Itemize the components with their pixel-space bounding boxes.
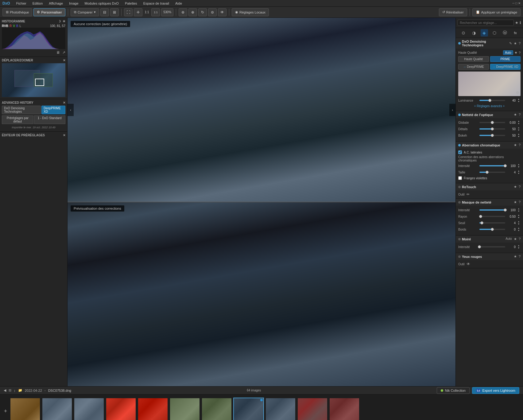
nettete-info-icon[interactable]: ? bbox=[519, 113, 521, 117]
luminance-up[interactable]: ▲ bbox=[517, 98, 521, 100]
history-preset-label[interactable]: Préréglages par défaut bbox=[2, 115, 33, 124]
filmstrip-thumb-6[interactable]: DSC07537.JPG bbox=[201, 398, 232, 420]
masque-header[interactable]: Masque de netteté ★ ? bbox=[456, 199, 523, 206]
deeprime-xd-btn[interactable]: → DeepPRIME XD bbox=[490, 64, 521, 70]
star-icon[interactable]: ★ bbox=[515, 21, 518, 25]
moire-header[interactable]: Moiré Auto ★ ? bbox=[456, 235, 523, 243]
info-icon[interactable]: ℹ bbox=[520, 21, 521, 25]
filmstrip-thumb-3[interactable]: DSC07536.dng bbox=[106, 398, 136, 420]
taille-spinners[interactable]: ▲ ▼ bbox=[517, 170, 521, 175]
color-btn[interactable]: ⊕ bbox=[188, 8, 197, 16]
reinitialiser-btn[interactable]: ↺ Réinitialiser bbox=[439, 8, 467, 16]
bokeh-down[interactable]: ▼ bbox=[517, 135, 521, 138]
moire-intensite-spinners[interactable]: ▲ ▼ bbox=[517, 244, 521, 249]
zoom-fit-btn[interactable]: 1:1 bbox=[151, 8, 160, 16]
masque-star-icon[interactable]: ★ bbox=[514, 200, 517, 204]
rotate-btn[interactable]: ↻ bbox=[198, 8, 207, 16]
moire-up[interactable]: ▲ bbox=[517, 244, 521, 247]
ac-laterales-checkbox[interactable] bbox=[458, 150, 462, 154]
adv-reglages-link[interactable]: + Réglages avancés + bbox=[458, 104, 521, 108]
nik-collection-btn[interactable]: Nik Collection bbox=[437, 387, 470, 394]
globale-spinners[interactable]: ▲ ▼ bbox=[517, 120, 521, 125]
masque-seuil-up[interactable]: ▲ bbox=[517, 220, 521, 223]
crop-btn[interactable]: ⛶ bbox=[124, 8, 133, 16]
masque-intensite-spinners[interactable]: ▲ ▼ bbox=[517, 208, 521, 212]
haute-qualite-btn[interactable]: Haute Qualité bbox=[458, 56, 489, 62]
globale-up[interactable]: ▲ bbox=[517, 120, 521, 122]
phototheque-btn[interactable]: ⊞ Photothèque bbox=[2, 8, 32, 16]
luminance-track[interactable] bbox=[479, 100, 505, 101]
tool-detail-icon[interactable]: ◈ bbox=[481, 29, 488, 37]
history-preset-value[interactable]: 1 - DxO Standard bbox=[34, 115, 66, 124]
status-sort-icon[interactable]: ↕ bbox=[14, 389, 16, 392]
intensite-track[interactable] bbox=[479, 165, 505, 166]
masque-rayon-up[interactable]: ▲ bbox=[517, 214, 521, 216]
deeprime-btn[interactable]: → DeepPRIME bbox=[458, 64, 489, 70]
tool-watermark-icon[interactable]: Ⓦ bbox=[501, 29, 509, 37]
masque-rayon-down[interactable]: ▼ bbox=[517, 216, 521, 219]
menu-affichage[interactable]: Affichage bbox=[48, 2, 64, 5]
masque-bords-spinners[interactable]: ▲ ▼ bbox=[517, 227, 521, 232]
presets-close[interactable]: ✕ bbox=[63, 134, 65, 137]
franges-checkbox[interactable] bbox=[458, 176, 462, 180]
retouch-info-icon[interactable]: ? bbox=[519, 185, 521, 189]
bokeh-track[interactable] bbox=[479, 135, 505, 136]
intensite-spinners[interactable]: ▲ ▼ bbox=[517, 163, 521, 168]
masque-rayon-spinners[interactable]: ▲ ▼ bbox=[517, 214, 521, 219]
appliquer-btn[interactable]: 📋 Appliquer un préréglage bbox=[472, 8, 521, 16]
masque-rayon-track[interactable] bbox=[479, 216, 505, 217]
nav-viewport-box[interactable] bbox=[35, 79, 44, 86]
luminance-spinners[interactable]: ▲ ▼ bbox=[517, 98, 521, 103]
comparer-btn[interactable]: ⧉ Comparer ▾ bbox=[71, 8, 99, 16]
rgb-label[interactable]: RVB bbox=[2, 24, 8, 28]
pointer-btn[interactable]: ✛ bbox=[134, 8, 142, 16]
image-bottom[interactable]: Prévisualisation des corrections bbox=[68, 202, 455, 386]
menu-modules[interactable]: Modules optiques DxO bbox=[83, 2, 120, 5]
moire-star-icon[interactable]: ★ bbox=[514, 237, 517, 241]
denoising-edit-icon[interactable]: ✎ bbox=[509, 41, 512, 45]
luminance-down[interactable]: ▼ bbox=[517, 100, 521, 103]
moire-down[interactable]: ▼ bbox=[517, 247, 521, 249]
masque-intensite-track[interactable] bbox=[479, 209, 505, 211]
denoising-star2[interactable]: ★ bbox=[514, 51, 517, 55]
taille-up[interactable]: ▲ bbox=[517, 170, 521, 172]
histogram-moon-icon[interactable]: ☽ bbox=[58, 20, 61, 23]
filmstrip-thumb-1[interactable]: DSC07535.dng bbox=[42, 398, 72, 420]
tools-row-btn[interactable]: ⊛ bbox=[179, 8, 187, 16]
filmstrip-thumb-8[interactable]: DSC07538.JPG bbox=[265, 398, 296, 420]
aberration-star-icon[interactable]: ★ bbox=[514, 143, 517, 147]
nettete-header[interactable]: Netteté de l'optique ★ ? bbox=[456, 111, 523, 118]
l-label[interactable]: L bbox=[20, 24, 21, 28]
masque-info-icon[interactable]: ? bbox=[519, 200, 521, 204]
moire-intensite-track[interactable] bbox=[479, 246, 505, 247]
yeux-star-icon[interactable]: ★ bbox=[514, 255, 517, 259]
menu-espace[interactable]: Espace de travail bbox=[142, 2, 170, 5]
navigator-image[interactable] bbox=[2, 63, 65, 97]
b-label[interactable]: B bbox=[16, 24, 18, 28]
image-arrow-right[interactable]: › bbox=[449, 104, 455, 116]
filmstrip-thumb-5[interactable]: DSC07537.dng bbox=[169, 398, 200, 420]
filmstrip-thumb-7[interactable]: DSC07538.dng bbox=[233, 398, 264, 420]
reglages-locaux-btn[interactable]: ◉ Réglages Locaux bbox=[232, 8, 269, 16]
menu-image[interactable]: Image bbox=[68, 2, 80, 5]
bokeh-spinners[interactable]: ▲ ▼ bbox=[517, 133, 521, 138]
filmstrip-thumb-0[interactable]: DSC07534.JPG bbox=[10, 398, 41, 420]
details-up[interactable]: ▲ bbox=[517, 126, 521, 129]
denoising-info-icon[interactable]: ? bbox=[519, 41, 521, 45]
globale-track[interactable] bbox=[479, 122, 505, 123]
v-label[interactable]: V bbox=[13, 24, 15, 28]
preview-settings-icon[interactable]: ⚙ bbox=[516, 91, 519, 95]
retouch-header[interactable]: ReTouch ★ ? bbox=[456, 183, 523, 190]
status-filter-icon[interactable]: ⊟ bbox=[9, 388, 11, 392]
tool-basic-icon[interactable]: ⊙ bbox=[460, 29, 467, 37]
prime-btn[interactable]: PRIME bbox=[490, 56, 521, 62]
bokeh-up[interactable]: ▲ bbox=[517, 133, 521, 135]
intensite-down[interactable]: ▼ bbox=[517, 166, 521, 168]
auto-badge[interactable]: Auto bbox=[503, 50, 513, 55]
masque-bords-up[interactable]: ▲ bbox=[517, 227, 521, 229]
denoising-star-icon[interactable]: ★ bbox=[514, 41, 517, 45]
history-tag-deeprime[interactable]: DeepPRIME XD bbox=[41, 106, 65, 114]
menu-fichier[interactable]: Fichier bbox=[15, 2, 28, 5]
filmstrip-thumb-10[interactable]: DSC07539.JPG bbox=[329, 398, 360, 420]
export-lightroom-btn[interactable]: Lc Export vers Lightroom bbox=[472, 387, 519, 394]
